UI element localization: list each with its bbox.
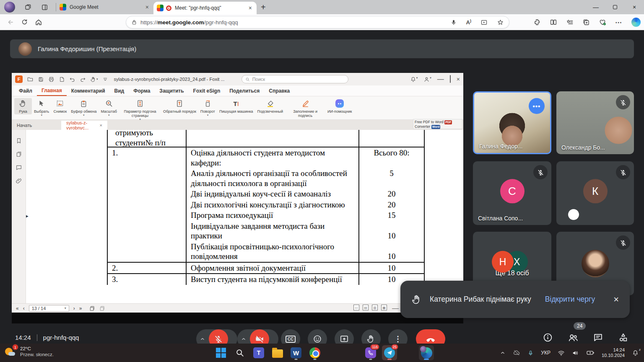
minimize-button[interactable]: — [586, 0, 605, 14]
tab-meet-call[interactable]: Meet: "pgr-hnfq-qqq" × [153, 2, 257, 14]
read-aloud-icon[interactable]: A) [466, 19, 471, 26]
camera-options-chevron-icon[interactable] [237, 336, 250, 342]
redo-icon[interactable] [80, 76, 86, 83]
notifications-bell-icon[interactable]: z [632, 349, 639, 357]
tab-close-icon[interactable]: × [247, 5, 253, 11]
battery-icon[interactable] [586, 349, 595, 357]
tool-page-fit[interactable]: Параметр подгона страницы▾ [119, 98, 161, 122]
menu-home[interactable]: Главная [37, 86, 67, 96]
viber-icon[interactable]: 116 [363, 345, 378, 360]
collapse-ribbon-icon[interactable] [102, 76, 108, 82]
continuous-facing-icon[interactable]: ▦ [381, 305, 387, 310]
zoom-out-icon[interactable]: — [392, 305, 399, 312]
prev-page-icon[interactable]: ‹ [23, 305, 25, 311]
bookmarks-panel-icon[interactable] [16, 137, 22, 144]
restore-button[interactable] [605, 0, 625, 14]
tool-ai-assistant[interactable]: ИИ-помощник [325, 98, 354, 114]
mic-options-chevron-icon[interactable] [196, 336, 209, 342]
new-tab-button[interactable]: + [261, 3, 266, 12]
workspaces-icon[interactable] [24, 3, 32, 11]
tool-select[interactable]: Выбрать▾ [32, 98, 51, 117]
print-icon[interactable] [48, 76, 55, 83]
taskbar-weather-widget[interactable]: 1 22°CPrzew. słonecz. [4, 345, 54, 358]
doc-tab-close-icon[interactable]: × [100, 123, 102, 128]
first-page-icon[interactable]: « [16, 305, 19, 311]
word-icon[interactable]: W [288, 345, 304, 360]
telegram-icon[interactable]: 25 [382, 345, 397, 360]
tab-google-meet[interactable]: Google Meet × [56, 0, 153, 14]
chat-panel-icon[interactable] [593, 332, 603, 343]
pages-panel-icon[interactable] [16, 151, 22, 158]
pdf-to-word-ad[interactable]: Free PDF to Word PDF Converter Word [413, 119, 462, 129]
tool-rotate[interactable]: Поворот▾ [198, 98, 217, 117]
browser-essentials-icon[interactable] [599, 18, 606, 26]
doc-tab-start[interactable]: Начать [12, 121, 61, 130]
onedrive-paused-icon[interactable] [513, 349, 520, 357]
volume-icon[interactable] [572, 349, 579, 357]
refresh-icon[interactable] [21, 18, 28, 26]
account-icon[interactable]: ▾ [423, 76, 431, 83]
collections-icon[interactable] [582, 18, 590, 26]
foxit-close-icon[interactable]: × [457, 76, 460, 83]
tile-options-icon[interactable]: ••• [529, 98, 545, 114]
settings-more-icon[interactable]: ⋯ [615, 18, 623, 26]
attachments-panel-icon[interactable] [16, 178, 22, 184]
facing-page-icon[interactable]: ▥ [372, 305, 378, 310]
tool-fill-sign[interactable]: Заполнение и подпись [285, 98, 325, 119]
next-page-icon[interactable]: › [73, 305, 75, 311]
wifi-icon[interactable] [558, 349, 565, 357]
tool-typewriter[interactable]: TIПишущая машинка [217, 98, 255, 114]
save-icon[interactable] [38, 76, 44, 83]
comments-panel-icon[interactable] [16, 164, 22, 171]
meeting-details-icon[interactable] [543, 332, 553, 343]
menu-form[interactable]: Форма [129, 86, 155, 96]
activities-icon[interactable] [618, 332, 628, 343]
edge-taskbar-icon[interactable] [419, 345, 434, 360]
foxit-restore-icon[interactable] [450, 75, 451, 83]
doc-tab-sylabus[interactable]: sylabus-z-vyrobnyc...× [61, 121, 107, 130]
video-translate-icon[interactable] [480, 19, 488, 26]
taskbar-search-icon[interactable] [232, 345, 247, 360]
close-button[interactable]: × [625, 0, 644, 14]
notifications-bell-icon[interactable]: ▾ [410, 76, 418, 83]
copilot-icon[interactable] [631, 18, 641, 27]
snapshot-view-icon[interactable] [89, 305, 95, 311]
extensions-icon[interactable] [533, 18, 541, 26]
voice-search-icon[interactable] [450, 19, 457, 26]
foxit-minimize-icon[interactable]: — [437, 75, 444, 83]
tile-svitlana[interactable]: C Світлана Сопо... [473, 161, 551, 225]
split-screen-icon[interactable] [550, 18, 557, 26]
quick-tool-icon[interactable]: ▾ [90, 76, 98, 83]
favorites-icon[interactable] [566, 18, 574, 26]
tool-snapshot[interactable]: Снимок [51, 98, 69, 114]
browser-profile-avatar[interactable] [4, 2, 15, 13]
continuous-page-icon[interactable]: ▤ [363, 305, 369, 310]
tool-clipboard[interactable]: Буфер обмена▾ [69, 98, 99, 117]
menu-protect[interactable]: Защитить [155, 86, 188, 96]
start-button[interactable] [213, 345, 229, 360]
home-icon[interactable] [35, 18, 42, 26]
tile-k[interactable]: К [556, 161, 634, 225]
menu-view[interactable]: Вид [110, 86, 129, 96]
menu-file[interactable]: Файл [14, 86, 37, 96]
toast-close-icon[interactable]: × [613, 294, 619, 305]
tool-hand[interactable]: Рука [14, 98, 32, 114]
page-number-box[interactable]: 13 / 14▾ [29, 305, 69, 312]
file-explorer-icon[interactable] [270, 345, 285, 360]
hidden-icons-ch evron-icon[interactable] [500, 350, 506, 356]
menu-share[interactable]: Поделиться [225, 86, 264, 96]
tab-close-icon[interactable]: × [144, 4, 150, 10]
tray-mic-icon[interactable] [527, 350, 534, 356]
pdf-page[interactable]: отримуютьстуденти№ п/п 1. Оцінка діяльно… [26, 130, 463, 303]
tool-highlight[interactable]: Подсвеченный [255, 98, 286, 114]
back-icon[interactable] [7, 18, 14, 26]
foxit-search-box[interactable]: Поиск [242, 75, 348, 83]
open-file-icon[interactable] [27, 76, 34, 83]
export-page-icon[interactable] [59, 76, 65, 83]
menu-help[interactable]: Справка [264, 86, 294, 96]
chrome-icon[interactable] [307, 345, 322, 360]
favorite-star-icon[interactable] [497, 19, 504, 26]
tab-actions-icon[interactable] [41, 4, 48, 11]
tool-zoom[interactable]: Масштаб▾ [99, 98, 119, 117]
language-indicator[interactable]: УКР [541, 350, 551, 356]
